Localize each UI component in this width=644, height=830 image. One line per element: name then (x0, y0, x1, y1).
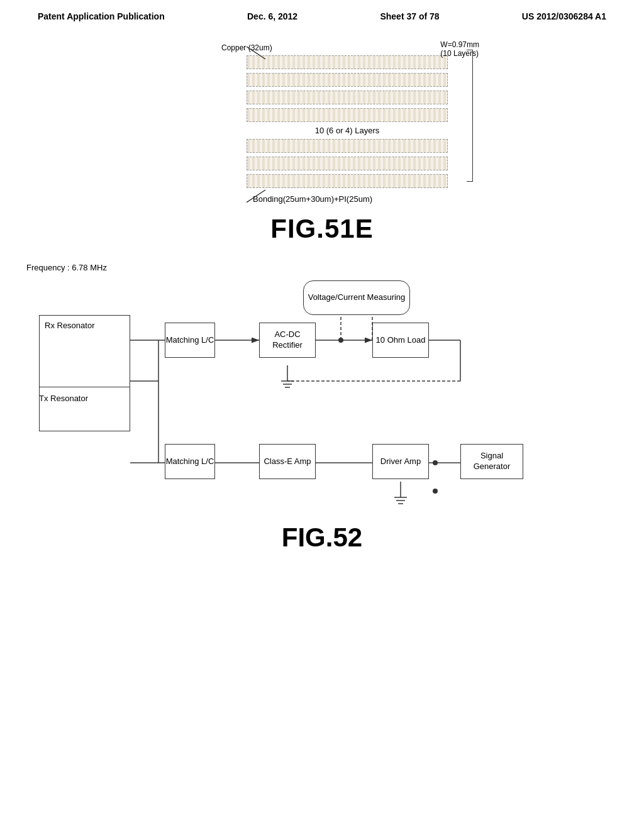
layer-strip-3 (247, 91, 448, 104)
fig52-section: Frequency : 6.78 MHz (20, 263, 624, 553)
svg-line-1 (247, 190, 265, 202)
matching-lc-top-box: Matching L/C (165, 323, 215, 358)
ac-dc-rectifier-box: AC-DC Rectifier (259, 323, 316, 358)
bracket-right (467, 50, 473, 182)
layers-label: 10 (6 or 4) Layers (228, 126, 467, 135)
class-e-amp-box: Class-E Amp (259, 444, 316, 479)
sheet-label: Sheet 37 of 78 (380, 11, 439, 21)
fig51e-title: FIG.51E (270, 214, 373, 244)
svg-point-24 (433, 460, 438, 465)
frequency-label: Frequency : 6.78 MHz (26, 263, 624, 272)
patent-number-label: US 2012/0306284 A1 (522, 11, 606, 21)
matching-lc-bottom-box: Matching L/C (165, 444, 215, 479)
layer-strip-6 (247, 157, 448, 170)
layer-diagram: Copper (32um) W=0.97mm (10 Layers) 10 (6… (203, 40, 441, 204)
page-header: Patent Application Publication Dec. 6, 2… (0, 0, 644, 28)
copper-arrow (247, 40, 297, 65)
fig52-title: FIG.52 (20, 523, 624, 553)
layer-strip-2 (247, 73, 448, 87)
signal-generator-box: Signal Generator (460, 444, 523, 479)
svg-line-0 (247, 47, 265, 59)
publication-label: Patent Application Publication (38, 11, 165, 21)
resonator-outer-box (39, 315, 130, 431)
voltage-current-box: Voltage/Current Measuring (303, 280, 410, 315)
layer-strip-4 (247, 108, 448, 122)
svg-point-25 (433, 489, 438, 494)
circuit-diagram: Voltage/Current Measuring Rx Resonator T… (20, 277, 624, 516)
ten-ohm-load-box: 10 Ohm Load (372, 323, 429, 358)
layer-strip-5 (247, 139, 448, 153)
driver-amp-box: Driver Amp (372, 444, 429, 479)
fig51e-section: Copper (32um) W=0.97mm (10 Layers) 10 (6… (0, 40, 644, 244)
w-label: W=0.97mm (10 Layers) (440, 40, 479, 58)
date-label: Dec. 6, 2012 (247, 11, 297, 21)
bonding-arrow (247, 185, 297, 204)
